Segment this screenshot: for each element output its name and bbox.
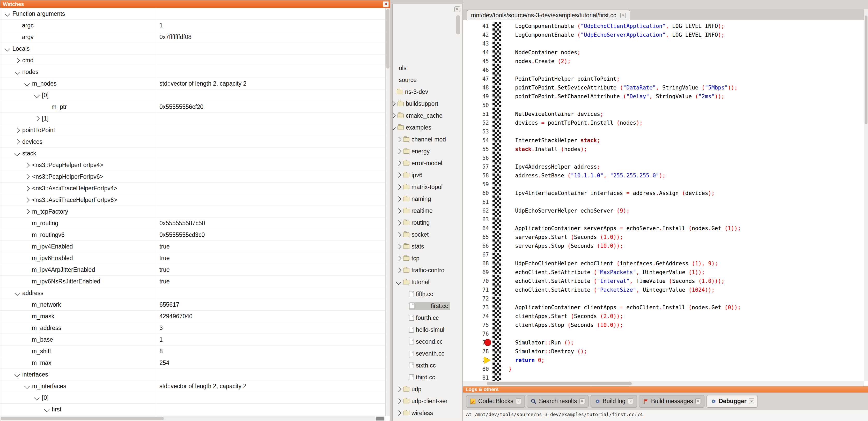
code-text[interactable]: UdpEchoClientHelper echoClient (interfac… [501, 259, 718, 268]
collapse-icon[interactable] [5, 46, 10, 51]
watches-horizontal-scrollbar[interactable] [0, 416, 385, 421]
code-text[interactable]: echoClient.SetAttribute ("PacketSize", U… [501, 286, 715, 294]
watch-row[interactable]: m_ptr0x55555556cf20 [0, 101, 385, 113]
tree-item[interactable]: fifth.cc [393, 288, 462, 300]
breakpoint-margin[interactable] [493, 294, 501, 303]
breakpoint-margin[interactable] [493, 329, 501, 338]
breakpoint-margin[interactable] [493, 92, 501, 101]
watch-row[interactable]: [0] [0, 90, 385, 101]
code-text[interactable]: PointToPointHelper pointToPoint; [501, 74, 620, 83]
code-text[interactable]: serverApps.Start (Seconds (1.0)); [501, 233, 623, 241]
collapse-icon[interactable] [396, 279, 401, 285]
code-text[interactable]: NetDeviceContainer devices; [501, 110, 603, 119]
watch-row[interactable]: <ns3::PcapHelperForIpv6> [0, 171, 385, 183]
code-text[interactable]: InternetStackHelper stack; [501, 136, 600, 145]
tree-item[interactable]: ipv6 [393, 169, 462, 181]
close-panel-icon[interactable]: × [455, 6, 460, 12]
close-tab-icon[interactable]: × [695, 398, 701, 404]
collapse-icon[interactable] [393, 125, 396, 130]
code-text[interactable]: Ipv4InterfaceContainer interfaces = addr… [501, 189, 715, 198]
tree-item[interactable]: sixth.cc [393, 359, 462, 371]
breakpoint-margin[interactable] [493, 277, 501, 286]
code-text[interactable] [501, 154, 508, 162]
tree-item[interactable]: second.cc [393, 336, 462, 348]
expand-icon[interactable] [396, 410, 401, 416]
tree-item[interactable]: stats [393, 240, 462, 252]
close-tab-icon[interactable]: × [580, 398, 585, 404]
collapse-icon[interactable] [44, 407, 50, 412]
breakpoint-margin[interactable] [493, 74, 501, 83]
code-text[interactable] [501, 39, 508, 48]
editor-vertical-scrollbar[interactable] [864, 9, 868, 381]
code-text[interactable] [501, 250, 508, 259]
expand-icon[interactable] [24, 174, 30, 179]
watch-row[interactable]: m_mask4294967040 [0, 311, 385, 322]
tree-item[interactable]: first.cc [393, 300, 462, 312]
breakpoint-margin[interactable] [493, 198, 501, 206]
close-tab-icon[interactable]: × [749, 398, 754, 404]
expand-icon[interactable] [396, 160, 401, 166]
watch-row[interactable]: [0] [0, 392, 385, 404]
collapse-icon[interactable] [14, 69, 20, 74]
collapse-icon[interactable] [14, 151, 20, 156]
code-text[interactable] [501, 294, 508, 303]
breakpoint-margin[interactable] [493, 215, 501, 224]
breakpoint-margin[interactable] [493, 347, 501, 356]
watch-row[interactable]: pointToPoint [0, 124, 385, 136]
tree-item[interactable]: realtime [393, 205, 462, 217]
scrollbar-thumb[interactable] [487, 382, 632, 385]
tree-item[interactable]: error-model [393, 157, 462, 169]
expand-icon[interactable] [24, 186, 30, 191]
collapse-icon[interactable] [34, 92, 40, 98]
tree-item[interactable]: matrix-topol [393, 181, 462, 193]
watch-row[interactable]: m_routing0x555555587c50 [0, 218, 385, 229]
watch-row[interactable]: [1] [0, 113, 385, 124]
watch-row[interactable]: stack [0, 148, 385, 159]
expand-icon[interactable] [396, 208, 401, 213]
expand-icon[interactable] [393, 113, 396, 118]
watch-row[interactable]: m_max254 [0, 357, 385, 369]
code-text[interactable] [501, 198, 508, 206]
code-text[interactable]: echoClient.SetAttribute ("Interval", Tim… [501, 277, 725, 286]
breakpoint-margin[interactable] [493, 171, 501, 180]
breakpoint-margin[interactable] [493, 101, 501, 110]
watch-row[interactable]: devices [0, 136, 385, 148]
code-text[interactable] [501, 127, 508, 136]
expand-icon[interactable] [396, 232, 401, 237]
breakpoint-margin[interactable] [493, 154, 501, 162]
breakpoint-margin[interactable] [493, 127, 501, 136]
code-text[interactable]: Simulator::Destroy (); [501, 347, 587, 356]
breakpoint-margin[interactable] [493, 66, 501, 74]
watches-title-bar[interactable]: Watches × [0, 0, 390, 8]
tree-item[interactable]: wireless [393, 407, 462, 419]
breakpoint-margin[interactable] [493, 83, 501, 92]
code-text[interactable]: Ipv4AddressHelper address; [501, 162, 600, 171]
tree-item[interactable]: seventh.cc [393, 348, 462, 359]
expand-icon[interactable] [396, 136, 401, 142]
tree-item[interactable]: udp [393, 383, 462, 395]
expand-icon[interactable] [34, 116, 40, 121]
expand-icon[interactable] [396, 398, 401, 404]
watch-row[interactable]: address [0, 287, 385, 299]
code-text[interactable]: nodes.Create (2); [501, 57, 571, 66]
watch-row[interactable]: m_interfacesstd::vector of length 2, cap… [0, 380, 385, 392]
code-text[interactable]: echoClient.SetAttribute ("MaxPackets", U… [501, 268, 705, 277]
breakpoint-margin[interactable] [493, 206, 501, 215]
code-text[interactable]: UdpEchoServerHelper echoServer (9); [501, 206, 630, 215]
breakpoint-margin[interactable] [493, 136, 501, 145]
code-text[interactable]: serverApps.Stop (Seconds (10.0)); [501, 241, 623, 250]
tree-item[interactable]: traffic-contro [393, 264, 462, 276]
collapse-icon[interactable] [24, 383, 30, 389]
logs-tab-build-messages[interactable]: Build messages× [639, 395, 705, 408]
tree-item[interactable]: hello-simul [393, 324, 462, 336]
watch-row[interactable]: m_nodesstd::vector of length 2, capacity… [0, 78, 385, 90]
logs-tab-code-blocks[interactable]: Code::Blocks× [466, 395, 525, 408]
watch-row[interactable]: cmd [0, 55, 385, 66]
expand-icon[interactable] [396, 184, 401, 190]
expand-icon[interactable] [14, 139, 20, 144]
breakpoint-margin[interactable] [493, 57, 501, 66]
breakpoint-margin[interactable] [493, 233, 501, 241]
watch-row[interactable]: argc1 [0, 20, 385, 31]
expand-icon[interactable] [393, 101, 396, 106]
tree-item[interactable]: channel-mod [393, 133, 462, 145]
